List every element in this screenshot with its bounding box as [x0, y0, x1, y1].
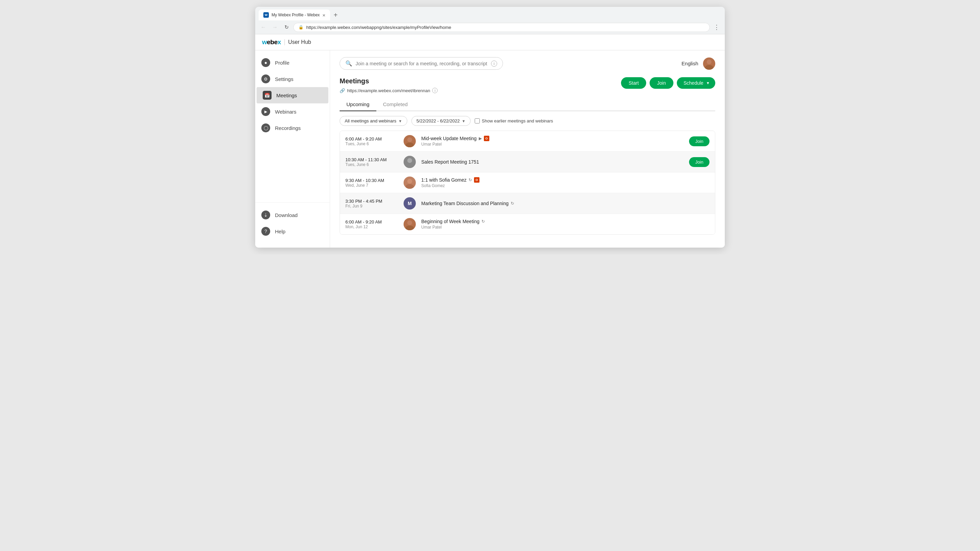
show-earlier-label: Show earlier meetings and webinars	[482, 118, 553, 124]
meeting-avatar-1	[404, 156, 416, 168]
svg-point-1	[705, 65, 713, 70]
meeting-time: 6:00 AM - 9:20 AM	[345, 137, 398, 141]
sidebar-item-webinars[interactable]: ▶ Webinars	[255, 103, 330, 120]
avatar-1-image	[404, 156, 416, 168]
close-tab-icon[interactable]: ×	[323, 13, 326, 18]
meetings-header: Meetings 🔗 https://example.webex.com/mee…	[340, 77, 715, 93]
search-info-icon[interactable]: i	[491, 60, 497, 67]
language-label: English	[682, 60, 698, 66]
sync-icon-4: ↻	[482, 219, 485, 224]
meetings-title: Meetings	[340, 77, 438, 85]
sync-icon-2: ↻	[469, 178, 472, 182]
meeting-info-1: Sales Report Meeting 1751	[421, 159, 684, 165]
msft-icon-0: O	[484, 136, 489, 141]
meeting-time-3: 3:30 PM - 4:45 PM	[345, 198, 398, 204]
show-earlier-checkbox[interactable]	[475, 118, 480, 124]
schedule-button[interactable]: Schedule ▼	[677, 77, 715, 89]
download-icon: ⇣	[261, 211, 270, 219]
meeting-avatar-4	[404, 218, 416, 230]
sidebar-item-meetings[interactable]: 📅 Meetings	[256, 87, 328, 103]
sidebar-item-help[interactable]: ? Help	[255, 223, 330, 240]
refresh-button[interactable]: ↻	[282, 22, 291, 32]
app-body: ● Profile ⚙ Settings 📅 Meetings ▶ Webina…	[255, 50, 725, 248]
meeting-date-1: Tues, June 6	[345, 162, 398, 167]
start-button[interactable]: Start	[621, 77, 646, 89]
sidebar-recordings-label: Recordings	[275, 125, 301, 131]
avatar-4-image	[404, 218, 416, 230]
tab-upcoming[interactable]: Upcoming	[340, 98, 376, 111]
user-hub-label: User Hub	[285, 39, 311, 45]
personal-url-row: 🔗 https://example.webex.com/meet/ibrenna…	[340, 88, 438, 93]
date-chevron-icon: ▼	[462, 119, 466, 123]
webinars-icon: ▶	[261, 107, 270, 116]
meeting-title-2: 1:1 with Sofia Gomez ↻ O	[421, 177, 710, 183]
personal-url-link[interactable]: https://example.webex.com/meet/ibrennan	[347, 88, 430, 93]
date-range-label: 5/22/2022 - 6/22/2022	[417, 118, 460, 124]
svg-point-8	[407, 221, 412, 225]
sidebar-item-profile[interactable]: ● Profile	[255, 54, 330, 71]
sidebar-settings-label: Settings	[275, 76, 293, 82]
app-header: webex User Hub	[255, 34, 725, 50]
meeting-host-4: Umar Patel	[421, 225, 710, 230]
link-icon: 🔗	[340, 88, 345, 93]
meeting-info-3: Marketing Team Discussion and Planning ↻	[421, 201, 710, 206]
sidebar-item-settings[interactable]: ⚙ Settings	[255, 71, 330, 87]
meeting-info-0: Mid-week Update Meeting ▶ O Umar Patel	[421, 136, 684, 147]
meeting-row-4: 6:00 AM - 9:20 AM Mon, Jun 12	[340, 214, 715, 234]
meeting-date-4: Mon, Jun 12	[345, 224, 398, 229]
msft-icon-2: O	[474, 177, 479, 183]
svg-point-9	[406, 225, 414, 230]
meeting-time-col-4: 6:00 AM - 9:20 AM Mon, Jun 12	[345, 219, 398, 229]
meetings-icon: 📅	[263, 91, 272, 100]
join-row-0-button[interactable]: Join	[689, 137, 710, 146]
settings-icon: ⚙	[261, 75, 270, 83]
svg-point-5	[406, 163, 414, 168]
meeting-title-0: Mid-week Update Meeting ▶ O	[421, 136, 684, 141]
filter-chevron-icon: ▼	[398, 119, 402, 123]
meeting-type-filter[interactable]: All meetings and webinars ▼	[340, 116, 407, 126]
meeting-time-col-1: 10:30 AM - 11:30 AM Tues, June 6	[345, 157, 398, 167]
address-bar[interactable]: 🔒 https://example.webex.com/webappng/sit…	[293, 23, 710, 32]
avatar-initial-3: M	[408, 201, 412, 206]
meeting-title-text-3: Marketing Team Discussion and Planning	[421, 201, 509, 206]
sidebar-item-recordings[interactable]: ◯ Recordings	[255, 120, 330, 136]
active-tab[interactable]: W My Webex Profile - Webex ×	[259, 10, 330, 21]
user-avatar[interactable]	[703, 57, 715, 70]
tab-title: My Webex Profile - Webex	[272, 13, 320, 17]
join-button[interactable]: Join	[649, 77, 673, 89]
app-window: webex User Hub ● Profile ⚙ Settings	[255, 34, 725, 248]
meeting-title-text-2: 1:1 with Sofia Gomez	[421, 177, 466, 183]
tabs-row: Upcoming Completed	[340, 98, 715, 111]
meeting-info-2: 1:1 with Sofia Gomez ↻ O Sofia Gomez	[421, 177, 710, 188]
profile-icon: ●	[261, 58, 270, 67]
sync-icon-3: ↻	[511, 201, 514, 206]
meetings-section: Meetings 🔗 https://example.webex.com/mee…	[340, 77, 715, 235]
meeting-time-col-3: 3:30 PM - 4:45 PM Fri, Jun 9	[345, 198, 398, 208]
sidebar-item-download[interactable]: ⇣ Download	[255, 207, 330, 223]
svg-point-0	[707, 60, 711, 64]
meeting-info-4: Beginning of Week Meeting ↻ Umar Patel	[421, 219, 710, 230]
back-button[interactable]: ←	[259, 22, 268, 32]
svg-point-2	[407, 137, 412, 142]
meeting-title-3: Marketing Team Discussion and Planning ↻	[421, 201, 710, 206]
meeting-title-text-0: Mid-week Update Meeting	[421, 136, 477, 141]
avatar-image	[703, 57, 715, 70]
forward-button[interactable]: →	[270, 22, 280, 32]
meeting-title-1: Sales Report Meeting 1751	[421, 159, 684, 165]
search-input[interactable]	[356, 61, 488, 66]
url-info-icon[interactable]: i	[432, 88, 438, 93]
url-text: https://example.webex.com/webappng/sites…	[306, 25, 705, 30]
join-row-1-button[interactable]: Join	[689, 157, 710, 167]
main-content: 🔍 i English	[330, 50, 725, 248]
sidebar-bottom: ⇣ Download ? Help	[255, 202, 330, 243]
tab-completed[interactable]: Completed	[376, 98, 415, 111]
meeting-date-3: Fri, Jun 9	[345, 204, 398, 208]
meeting-host-2: Sofia Gomez	[421, 183, 710, 188]
browser-menu-button[interactable]: ⋮	[712, 22, 721, 32]
filters-row: All meetings and webinars ▼ 5/22/2022 - …	[340, 111, 715, 130]
search-bar[interactable]: 🔍 i	[340, 57, 503, 70]
date-range-filter[interactable]: 5/22/2022 - 6/22/2022 ▼	[411, 116, 471, 126]
schedule-chevron-icon: ▼	[706, 81, 710, 85]
show-earlier-checkbox-area[interactable]: Show earlier meetings and webinars	[475, 118, 553, 124]
new-tab-button[interactable]: +	[331, 10, 340, 20]
